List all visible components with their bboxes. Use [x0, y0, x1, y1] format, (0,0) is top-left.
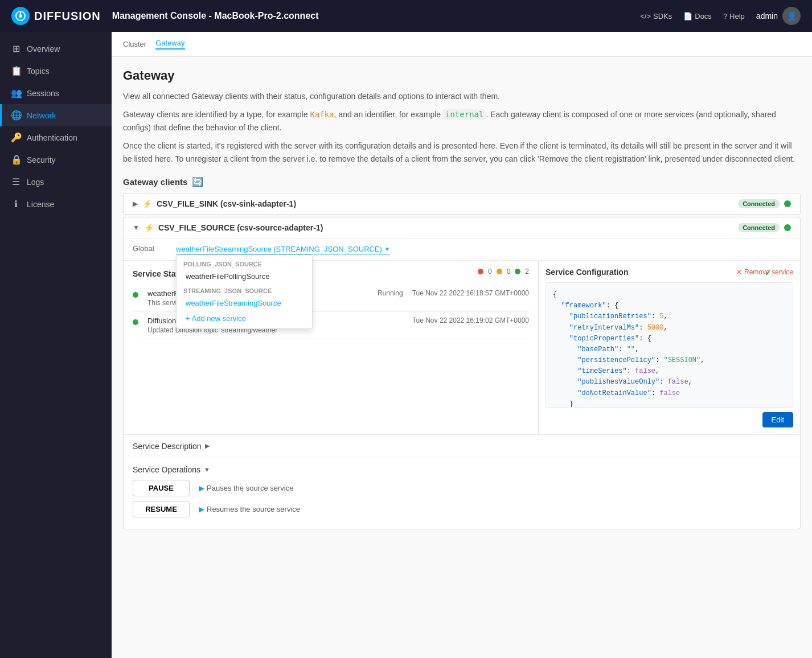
selected-service-label: weatherFileStreamingSource (STREAMING_JS… [176, 245, 382, 253]
topics-icon: 📋 [11, 65, 21, 76]
code-line: "publicationRetries": 5, [553, 311, 786, 322]
csv-sink-client: ▶ ⚡ CSV_FILE_SINK (csv-sink-adapter-1) C… [123, 193, 801, 215]
edit-button[interactable]: Edit [762, 412, 793, 427]
sdks-nav[interactable]: </> SDKs [640, 12, 672, 20]
page-title: Gateway [123, 68, 801, 83]
status-badge: Connected [738, 199, 780, 208]
help-icon: ? [723, 12, 727, 20]
code-line: "retryIntervalMs": 5000, [553, 323, 786, 334]
service-operations-header[interactable]: Service Operations ▼ [133, 465, 791, 474]
chevron-right-icon: ▶ [205, 442, 210, 450]
yellow-dot [497, 269, 502, 274]
description-3: Once the client is started, it's registe… [123, 139, 801, 165]
service-description-header[interactable]: Service Description ▶ [133, 442, 791, 451]
config-code-block: { "framework": { "publicationRetries": 5… [546, 282, 793, 408]
docs-nav[interactable]: 📄 Docs [683, 12, 712, 20]
svg-point-1 [19, 14, 22, 18]
csv-sink-header[interactable]: ▶ ⚡ CSV_FILE_SINK (csv-sink-adapter-1) C… [124, 194, 800, 214]
code-icon: </> [640, 12, 651, 20]
x-icon: ✕ [736, 268, 742, 276]
admin-area[interactable]: admin 👤 [756, 7, 801, 25]
dropdown-category-polling: POLLING_JSON_SOURCE [177, 257, 312, 269]
description-1: View all connected Gateway clients with … [123, 90, 801, 102]
admin-label: admin [756, 11, 778, 20]
chevron-down-icon: ▼ [204, 466, 210, 473]
yellow-count: 0 [507, 268, 511, 275]
sidebar-item-network[interactable]: 🌐 Network [0, 104, 112, 126]
add-new-service-option[interactable]: + Add new service [177, 311, 312, 326]
arrow-icon: ▶ [199, 505, 204, 513]
network-icon: 🌐 [11, 110, 21, 121]
service-entry-dot [133, 290, 138, 299]
main-content: Cluster Gateway Gateway View all connect… [112, 32, 812, 658]
chevron-down-icon: ▼ [384, 246, 390, 252]
client-expanded-content: Global weatherFileStreamingSource (STREA… [124, 238, 800, 529]
app-header: DIFFUSION Management Console - MacBook-P… [0, 0, 812, 32]
dropdown-category-streaming: STREAMING_JSON_SOURCE [177, 284, 312, 295]
expand-icon: ▶ [133, 200, 138, 208]
status-dot [784, 224, 791, 231]
internal-highlight: internal [443, 109, 486, 120]
code-line: { [553, 290, 786, 301]
avatar: 👤 [782, 7, 801, 25]
code-line: "timeSeries": false, [553, 366, 786, 377]
refresh-icon[interactable]: 🔄 [192, 176, 203, 187]
logo-icon [11, 7, 30, 25]
sidebar-item-authentication[interactable]: 🔑 Authentication [0, 126, 112, 149]
docs-icon: 📄 [683, 12, 692, 20]
green-count: 2 [525, 268, 529, 275]
csv-source-client: ▼ ⚡ CSV_FILE_SOURCE (csv-source-adapter-… [123, 217, 801, 529]
authentication-icon: 🔑 [11, 132, 21, 143]
service-selector-dropdown[interactable]: weatherFileStreamingSource (STREAMING_JS… [176, 245, 390, 254]
help-nav[interactable]: ? Help [723, 12, 745, 20]
service-dropdown-menu: POLLING_JSON_SOURCE weatherFilePollingSo… [176, 254, 313, 329]
sidebar-item-license[interactable]: ℹ License [0, 193, 112, 215]
logs-icon: ☰ [11, 176, 21, 187]
page-content: Gateway View all connected Gateway clien… [112, 57, 812, 543]
status-counts: 0 0 2 [478, 268, 529, 275]
code-line: "topicProperties": { [553, 334, 786, 344]
service-description-section: Service Description ▶ [124, 434, 800, 458]
code-line: } [553, 399, 786, 408]
arrow-icon: ▶ [199, 484, 204, 492]
client-name: CSV_FILE_SOURCE (csv-source-adapter-1) [158, 223, 733, 232]
service-operations-section: Service Operations ▼ PAUSE ▶ Pauses the … [124, 458, 800, 529]
collapse-icon: ▼ [133, 224, 140, 232]
red-dot [478, 269, 483, 274]
service-config-panel: Service Configuration ✕ Remove service ✓… [538, 261, 800, 434]
csv-source-header[interactable]: ▼ ⚡ CSV_FILE_SOURCE (csv-source-adapter-… [124, 217, 800, 238]
pause-description: ▶ Pauses the source service [199, 484, 293, 492]
status-badge: Connected [738, 223, 780, 232]
client-name: CSV_FILE_SINK (csv-sink-adapter-1) [157, 199, 733, 208]
resume-operation: RESUME ▶ Resumes the source service [133, 501, 791, 517]
overview-icon: ⊞ [11, 43, 21, 54]
green-dot [515, 269, 520, 274]
breadcrumb: Cluster Gateway [112, 32, 812, 57]
config-header: Service Configuration ✕ Remove service [546, 268, 793, 277]
code-line: "basePath": "", [553, 344, 786, 355]
service-operations-label: Service Operations [133, 465, 200, 474]
sidebar-item-sessions[interactable]: 👥 Sessions [0, 82, 112, 104]
dropdown-option-streaming[interactable]: weatherFileStreamingSource [177, 295, 312, 311]
breadcrumb-cluster[interactable]: Cluster [123, 40, 146, 48]
sidebar-item-topics[interactable]: 📋 Topics [0, 60, 112, 82]
header-title: Management Console - MacBook-Pro-2.conne… [112, 11, 629, 21]
description-2: Gateway clients are identified by a type… [123, 108, 801, 134]
security-icon: 🔒 [11, 154, 21, 165]
kafka-highlight: Kafka [310, 110, 334, 119]
pause-button[interactable]: PAUSE [133, 480, 190, 496]
sidebar-item-overview[interactable]: ⊞ Overview [0, 38, 112, 60]
gateway-clients-header: Gateway clients 🔄 [123, 176, 801, 187]
service-row: Global weatherFileStreamingSource (STREA… [124, 238, 800, 260]
dropdown-option-polling[interactable]: weatherFilePollingSource [177, 269, 312, 284]
sidebar-item-logs[interactable]: ☰ Logs [0, 171, 112, 193]
config-title: Service Configuration [546, 268, 628, 277]
sidebar: ⊞ Overview 📋 Topics 👥 Sessions 🌐 Network… [0, 32, 112, 658]
gateway-clients-label: Gateway clients [123, 177, 187, 187]
sessions-icon: 👥 [11, 88, 21, 98]
resume-button[interactable]: RESUME [133, 501, 190, 517]
sidebar-item-security[interactable]: 🔒 Security [0, 149, 112, 171]
bolt-icon: ⚡ [144, 223, 154, 232]
operations-content: PAUSE ▶ Pauses the source service RESUME… [133, 480, 791, 517]
breadcrumb-gateway[interactable]: Gateway [155, 39, 184, 50]
